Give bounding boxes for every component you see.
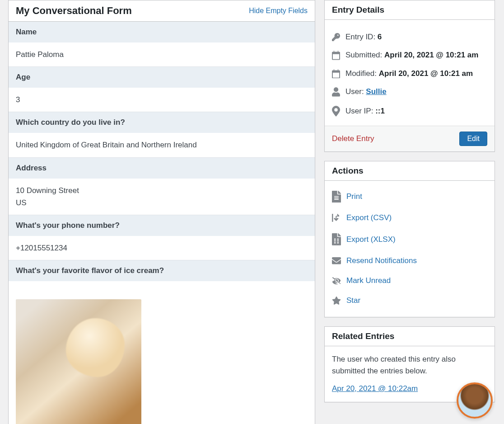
field-label: Age bbox=[9, 66, 315, 88]
field-label: What's your favorite flavor of ice cream… bbox=[9, 260, 315, 281]
related-entry-link[interactable]: Apr 20, 2021 @ 10:22am bbox=[332, 384, 418, 393]
related-title: Related Entries bbox=[332, 331, 394, 341]
field-label: What's your phone number? bbox=[9, 215, 315, 236]
field-value: 3 bbox=[9, 88, 315, 112]
submitted-row: Submitted: April 20, 2021 @ 10:21 am bbox=[332, 46, 487, 65]
map-pin-icon bbox=[332, 106, 340, 117]
star-icon bbox=[332, 297, 341, 305]
ip-row: User IP: ::1 bbox=[332, 101, 487, 121]
form-entry-panel: My Conversational Form Hide Empty Fields… bbox=[8, 0, 315, 424]
delete-entry-link[interactable]: Delete Entry bbox=[332, 134, 374, 143]
entry-details-title: Entry Details bbox=[332, 5, 384, 15]
spreadsheet-icon bbox=[332, 233, 341, 245]
modified-row: Modified: April 20, 2021 @ 10:21 am bbox=[332, 65, 487, 83]
hide-empty-fields-link[interactable]: Hide Empty Fields bbox=[249, 7, 308, 15]
entry-details-panel: Entry Details Entry ID: 6 Submitted: Apr… bbox=[324, 0, 495, 152]
calendar-icon bbox=[332, 51, 340, 60]
star-action[interactable]: Star bbox=[332, 291, 487, 311]
export-csv-action[interactable]: Export (CSV) bbox=[332, 208, 487, 228]
related-intro: The user who created this entry also sub… bbox=[332, 353, 487, 377]
calendar-icon bbox=[332, 69, 340, 79]
mail-icon bbox=[332, 256, 341, 265]
field-label: Address bbox=[9, 157, 315, 179]
edit-button[interactable]: Edit bbox=[459, 132, 487, 146]
help-mascot-button[interactable] bbox=[457, 382, 493, 419]
field-value: Pattie Paloma bbox=[9, 42, 315, 66]
field-label: Which country do you live in? bbox=[9, 112, 315, 133]
user-row: User: Sullie bbox=[332, 83, 487, 101]
field-label: Name bbox=[9, 22, 315, 42]
eye-slash-icon bbox=[332, 277, 341, 284]
field-value: Vanilla bbox=[9, 281, 315, 424]
entry-id-row: Entry ID: 6 bbox=[332, 28, 487, 46]
field-value: United Kingdom of Great Britain and Nort… bbox=[9, 133, 315, 157]
export-xlsx-action[interactable]: Export (XLSX) bbox=[332, 228, 487, 251]
actions-panel: Actions Print Export (CSV) Export (XLSX) bbox=[324, 161, 495, 317]
key-icon bbox=[332, 33, 340, 41]
form-title: My Conversational Form bbox=[16, 5, 132, 17]
mark-unread-action[interactable]: Mark Unread bbox=[332, 271, 487, 291]
field-value: 10 Downing Street US bbox=[9, 179, 315, 215]
print-action[interactable]: Print bbox=[332, 185, 487, 208]
user-link[interactable]: Sullie bbox=[366, 87, 386, 96]
export-icon bbox=[332, 214, 341, 222]
resend-notifications-action[interactable]: Resend Notifications bbox=[332, 251, 487, 271]
document-icon bbox=[332, 191, 341, 203]
ice-cream-image bbox=[16, 299, 141, 424]
field-value: +12015551234 bbox=[9, 236, 315, 260]
user-icon bbox=[332, 87, 340, 97]
actions-title: Actions bbox=[332, 166, 364, 176]
